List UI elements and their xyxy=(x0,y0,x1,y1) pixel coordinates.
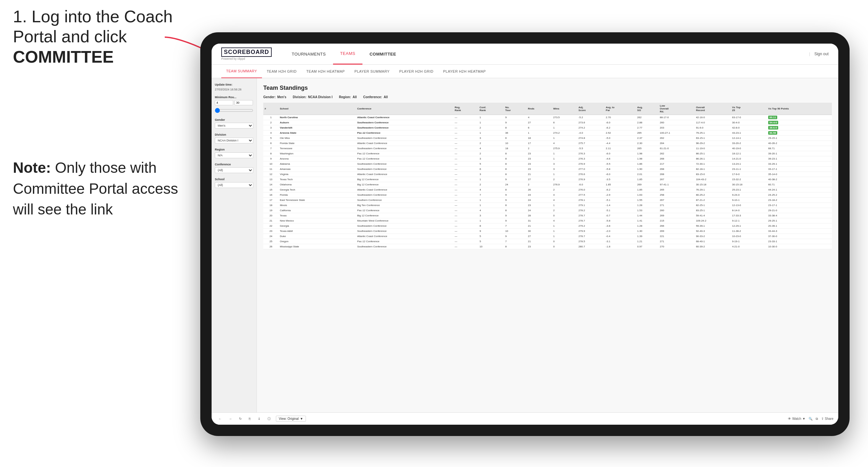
table-row: 13Texas TechBig 12 Conference—19272276.9… xyxy=(263,177,832,182)
table-row: 24DukeAtlantic Coast Conference—59271278… xyxy=(263,234,832,239)
min-rounds-min-input[interactable] xyxy=(215,100,233,105)
col-school: School xyxy=(278,103,356,115)
toolbar-copy[interactable]: ⎘ xyxy=(247,416,253,422)
sub-nav-player-summary[interactable]: PLAYER SUMMARY xyxy=(349,65,395,78)
table-row: 3VanderbiltSoutheastern Conference—28612… xyxy=(263,125,832,130)
table-row: 5Ole MissSoutheastern Conference—3618127… xyxy=(263,136,832,141)
table-row: 18IllinoisBig Ten Conference—18231279.1-… xyxy=(263,203,832,208)
toolbar-download[interactable]: ⇓ xyxy=(256,416,262,422)
toolbar-view-original[interactable]: View: Original ▼ xyxy=(276,416,306,422)
school-select[interactable]: (All) xyxy=(215,182,253,188)
filter-row: Gender: Men's Division: NCAA Division I … xyxy=(263,95,832,99)
toolbar-back[interactable]: ← xyxy=(216,416,223,422)
step-text: Log into the Coach Portal and click xyxy=(13,7,173,46)
table-header-row: # School Conference Reg.Rank Conf.Rank N… xyxy=(263,103,832,115)
toolbar-fullscreen[interactable]: ⧉ xyxy=(816,417,818,421)
content-title: Team Standings xyxy=(263,85,832,91)
filter-region: Region: All xyxy=(339,95,356,99)
toolbar-info[interactable]: ⓘ xyxy=(266,416,273,422)
division-select[interactable]: NCAA Division I xyxy=(215,137,253,144)
step-bold: COMMITTEE xyxy=(13,48,114,66)
toolbar-forward[interactable]: → xyxy=(227,416,234,422)
min-rounds-max-input[interactable] xyxy=(235,100,253,105)
table-row: 4Arizona StatePac-12 Conference—1361274.… xyxy=(263,130,832,136)
col-no-tour: No.Tour xyxy=(504,103,527,115)
region-label: Region xyxy=(215,148,253,151)
sub-nav-player-h2h-grid[interactable]: PLAYER H2H GRID xyxy=(395,65,438,78)
col-adj-score: Adj.Score xyxy=(577,103,604,115)
eye-icon: 👁 xyxy=(788,417,791,421)
instruction-area: 1. Log into the Coach Portal and click C… xyxy=(13,6,200,220)
nav-right: | Sign out xyxy=(809,52,829,56)
bottom-toolbar: ← → ↻ ⎘ ⇓ ⓘ View: Original ▼ 👁 Watch ▼ 🔍 xyxy=(212,412,838,425)
division-label: Division xyxy=(215,133,253,136)
toolbar-zoom[interactable]: 🔍 xyxy=(809,417,812,421)
nav-tournaments[interactable]: TOURNAMENTS xyxy=(285,43,333,65)
tablet-device: SCOREBOARD Powered by clippd TOURNAMENTS… xyxy=(200,32,849,436)
sign-out-link[interactable]: Sign out xyxy=(814,52,829,56)
table-row: 26Mississippi StateSoutheastern Conferen… xyxy=(263,244,832,249)
min-rounds-label: Minimum Rou... xyxy=(215,96,253,99)
table-row: 1North CarolinaAtlantic Coast Conference… xyxy=(263,115,832,120)
col-pts: Vs Top 50 Points xyxy=(767,103,832,115)
sub-nav-team-h2h-heatmap[interactable]: TEAM H2H HEATMAP xyxy=(301,65,349,78)
col-overall: OverallRecord xyxy=(694,103,731,115)
table-row: 12VirginiaAtlantic Coast Conference—3821… xyxy=(263,172,832,177)
tablet-screen: SCOREBOARD Powered by clippd TOURNAMENTS… xyxy=(212,43,838,425)
col-conference: Conference xyxy=(356,103,454,115)
nav-teams[interactable]: TEAMS xyxy=(333,43,363,65)
content-area: Team Standings Gender: Men's Division: N… xyxy=(257,78,838,412)
col-conf-rank: Conf.Rank xyxy=(478,103,504,115)
table-row: 10AlabamaSoutheastern Conference—5823327… xyxy=(263,161,832,167)
min-rounds-slider[interactable] xyxy=(215,108,253,113)
logo-scoreboard: SCOREBOARD xyxy=(221,48,272,57)
col-rnds: Rnds xyxy=(527,103,552,115)
update-time-value: 27/03/2024 16:56:26 xyxy=(215,88,242,91)
filter-gender: Gender: Men's xyxy=(263,95,286,99)
main-content: Update time: 27/03/2024 16:56:26 Minimum… xyxy=(212,78,838,412)
table-row: 8WashingtonPac-12 Conference—28231276.3-… xyxy=(263,151,832,156)
gender-label: Gender xyxy=(215,118,253,121)
sidebar-school: School (All) xyxy=(215,178,253,188)
sidebar-conference: Conference (All) xyxy=(215,163,253,173)
table-row: 11ArkansasSoutheastern Conference—682332… xyxy=(263,167,832,172)
note-label: Note: xyxy=(13,159,51,176)
region-select[interactable]: N/A xyxy=(215,152,253,158)
sidebar-division: Division NCAA Division I xyxy=(215,133,253,144)
sidebar-region: Region N/A xyxy=(215,148,253,158)
table-row: 23Texas A&MSoutheastern Conference—91030… xyxy=(263,229,832,234)
col-wins: Wins xyxy=(552,103,577,115)
toolbar-right: 👁 Watch ▼ 🔍 ⧉ ⇪ Share xyxy=(788,417,833,421)
share-icon: ⇪ xyxy=(821,417,824,421)
sub-nav-player-h2h-heatmap[interactable]: PLAYER H2H HEATMAP xyxy=(438,65,491,78)
sidebar-min-rounds: Minimum Rou... xyxy=(215,96,253,114)
nav-committee[interactable]: COMMITTEE xyxy=(363,43,403,65)
table-row: 15Georgia TechAtlantic Coast Conference—… xyxy=(263,187,832,192)
col-reg-rank: Reg.Rank xyxy=(453,103,478,115)
logo-powered: Powered by clippd xyxy=(221,57,272,60)
standings-table: # School Conference Reg.Rank Conf.Rank N… xyxy=(263,103,832,249)
note-section: Note: Only those with Committee Portal a… xyxy=(13,157,200,220)
update-time-label: Update time: xyxy=(215,83,253,86)
gender-select[interactable]: Men's xyxy=(215,123,253,128)
col-avg-sg: Avg.SG xyxy=(636,103,659,115)
col-rank: # xyxy=(263,103,278,115)
nav-bar: SCOREBOARD Powered by clippd TOURNAMENTS… xyxy=(212,43,838,65)
table-row: 7TennesseeSoutheastern Conference—418227… xyxy=(263,146,832,151)
school-label: School xyxy=(215,178,253,181)
toolbar-share[interactable]: ⇪ Share xyxy=(821,417,833,421)
table-row: 2AuburnSoutheastern Conference—19276273.… xyxy=(263,120,832,125)
table-row: 21New MexicoMountain West Conference—193… xyxy=(263,218,832,223)
sub-nav-team-h2h-grid[interactable]: TEAM H2H GRID xyxy=(262,65,302,78)
col-avg-par: Avg. toPar xyxy=(604,103,636,115)
table-row: 22GeorgiaSoutheastern Conference—8721127… xyxy=(263,223,832,229)
conference-label: Conference xyxy=(215,163,253,166)
conference-select[interactable]: (All) xyxy=(215,167,253,173)
sub-nav-team-summary[interactable]: TEAM SUMMARY xyxy=(221,65,262,78)
note-text: Note: Only those with Committee Portal a… xyxy=(13,157,200,220)
toolbar-watch[interactable]: 👁 Watch ▼ xyxy=(788,417,805,421)
instruction-step: 1. Log into the Coach Portal and click C… xyxy=(13,6,200,67)
toolbar-refresh[interactable]: ↻ xyxy=(237,416,244,422)
sidebar: Update time: 27/03/2024 16:56:26 Minimum… xyxy=(212,78,257,412)
filter-conference: Conference: All xyxy=(363,95,388,99)
